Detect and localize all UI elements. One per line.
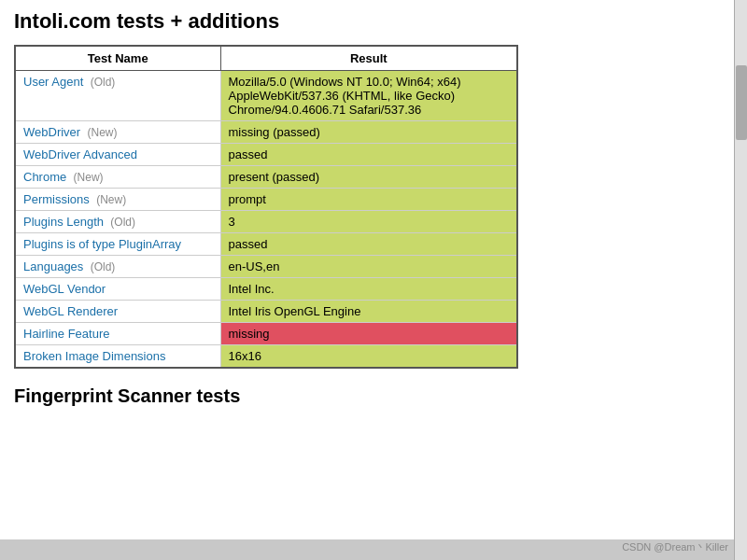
test-result-cell: prompt (220, 189, 517, 211)
table-row: Permissions (New)prompt (15, 189, 517, 211)
test-name-cell: User Agent (Old) (15, 71, 220, 121)
test-result-cell: present (passed) (220, 166, 517, 189)
test-name: Plugins Length (23, 215, 104, 229)
test-name-cell: Hairline Feature (15, 323, 220, 345)
test-name: WebGL Renderer (23, 304, 118, 318)
test-result-cell: passed (220, 144, 517, 166)
test-result-cell: missing (220, 323, 517, 345)
table-row: WebDriver (New)missing (passed) (15, 121, 517, 144)
scrollbar-thumb[interactable] (736, 65, 747, 140)
fingerprint-title[interactable]: Fingerprint Scanner tests (14, 385, 733, 407)
test-name: Chrome (23, 170, 66, 184)
test-result-cell: passed (220, 233, 517, 256)
test-result-cell: Intel Iris OpenGL Engine (220, 301, 517, 323)
table-row: Chrome (New)present (passed) (15, 166, 517, 189)
test-name: Broken Image Dimensions (23, 349, 165, 363)
test-tag: (Old) (87, 260, 115, 273)
test-tag: (Old) (107, 216, 135, 229)
test-name-cell: Broken Image Dimensions (15, 345, 220, 369)
test-name-cell: Languages (Old) (15, 256, 220, 278)
test-name-cell: Plugins Length (Old) (15, 211, 220, 233)
test-tag: (New) (93, 193, 126, 206)
table-row: Broken Image Dimensions16x16 (15, 345, 517, 369)
table-row: Languages (Old)en-US,en (15, 256, 517, 278)
test-result-cell: Intel Inc. (220, 278, 517, 301)
test-name-cell: WebGL Renderer (15, 301, 220, 323)
test-result-cell: 16x16 (220, 345, 517, 369)
table-row: WebDriver Advancedpassed (15, 144, 517, 166)
test-name: WebDriver (23, 125, 80, 139)
test-name: Hairline Feature (23, 327, 110, 341)
col-header-result: Result (220, 46, 517, 71)
col-header-name: Test Name (15, 46, 220, 71)
fingerprint-title-colored: Fingerprint Scanner (14, 385, 191, 406)
main-title: Intoli.com tests + additions (14, 9, 733, 34)
table-row: User Agent (Old)Mozilla/5.0 (Windows NT … (15, 71, 517, 121)
test-name: Permissions (23, 192, 90, 206)
fingerprint-title-rest: tests (191, 385, 240, 406)
table-row: Hairline Featuremissing (15, 323, 517, 345)
test-name: WebDriver Advanced (23, 147, 137, 161)
table-row: WebGL RendererIntel Iris OpenGL Engine (15, 301, 517, 323)
table-row: Plugins Length (Old)3 (15, 211, 517, 233)
table-row: WebGL VendorIntel Inc. (15, 278, 517, 301)
test-table: Test Name Result User Agent (Old)Mozilla… (14, 45, 518, 369)
test-name: User Agent (23, 75, 83, 89)
test-name: Languages (23, 259, 83, 273)
test-result-cell: Mozilla/5.0 (Windows NT 10.0; Win64; x64… (220, 71, 517, 121)
test-name-cell: WebDriver (New) (15, 121, 220, 144)
test-name-cell: Permissions (New) (15, 189, 220, 211)
test-tag: (New) (84, 126, 117, 139)
test-name-cell: WebDriver Advanced (15, 144, 220, 166)
test-name-cell: WebGL Vendor (15, 278, 220, 301)
scrollbar[interactable] (734, 0, 747, 416)
test-result-cell: en-US,en (220, 256, 517, 278)
test-name-cell: Chrome (New) (15, 166, 220, 189)
test-name: Plugins is of type PluginArray (23, 237, 181, 251)
test-tag: (Old) (87, 76, 115, 89)
test-result-cell: 3 (220, 211, 517, 233)
table-row: Plugins is of type PluginArraypassed (15, 233, 517, 256)
test-name: WebGL Vendor (23, 282, 106, 296)
test-result-cell: missing (passed) (220, 121, 517, 144)
test-name-cell: Plugins is of type PluginArray (15, 233, 220, 256)
test-tag: (New) (70, 171, 103, 184)
